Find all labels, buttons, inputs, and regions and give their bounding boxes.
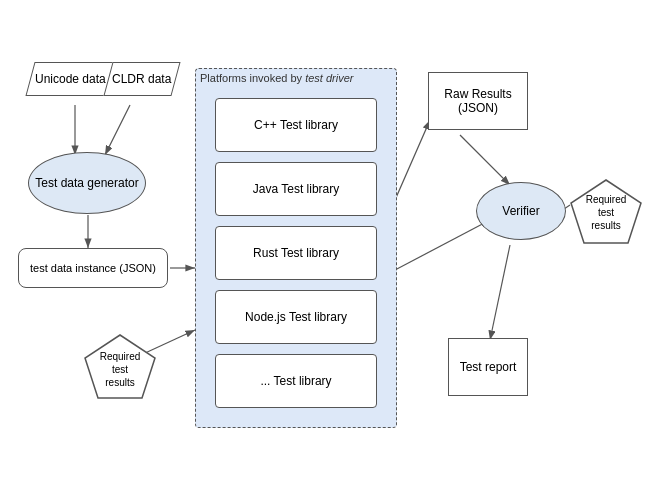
raw-results-label: Raw Results (JSON): [429, 87, 527, 115]
svg-line-6: [395, 120, 430, 200]
cldr-data-shape: CLDR data: [103, 62, 180, 96]
test-data-generator-label: Test data generator: [35, 176, 138, 190]
unicode-data-label: Unicode data: [35, 72, 106, 86]
raw-results-shape: Raw Results (JSON): [428, 72, 528, 130]
svg-line-7: [395, 220, 490, 270]
svg-line-10: [490, 245, 510, 340]
test-report-label: Test report: [460, 360, 517, 374]
cldr-data-label: CLDR data: [112, 72, 171, 86]
cpp-test-library: C++ Test library: [215, 98, 377, 152]
svg-line-8: [460, 135, 510, 185]
rust-test-library: Rust Test library: [215, 226, 377, 280]
unicode-data-shape: Unicode data: [25, 62, 114, 96]
ellipsis-test-library: ... Test library: [215, 354, 377, 408]
svg-line-2: [105, 105, 130, 155]
test-report-shape: Test report: [448, 338, 528, 396]
platform-label: Platforms invoked by test driver: [200, 72, 353, 84]
java-test-library-label: Java Test library: [253, 182, 339, 196]
platform-label-italic: test driver: [305, 72, 353, 84]
ellipsis-test-library-label: ... Test library: [260, 374, 331, 388]
pentagon-svg-left: Requiredtestresults: [80, 330, 160, 410]
architecture-diagram: Unicode data CLDR data Test data generat…: [0, 0, 666, 501]
pentagon-svg-right: Requiredtestresults: [566, 175, 646, 255]
required-test-results-right-shape: Requiredtestresults: [566, 175, 646, 255]
test-data-instance-label: test data instance (JSON): [30, 262, 156, 274]
verifier-shape: Verifier: [476, 182, 566, 240]
required-test-results-left-shape: Requiredtestresults: [80, 330, 160, 410]
nodejs-test-library-label: Node.js Test library: [245, 310, 347, 324]
java-test-library: Java Test library: [215, 162, 377, 216]
verifier-label: Verifier: [502, 204, 539, 218]
rust-test-library-label: Rust Test library: [253, 246, 339, 260]
test-data-generator-shape: Test data generator: [28, 152, 146, 214]
cpp-test-library-label: C++ Test library: [254, 118, 338, 132]
nodejs-test-library: Node.js Test library: [215, 290, 377, 344]
test-data-instance-shape: test data instance (JSON): [18, 248, 168, 288]
